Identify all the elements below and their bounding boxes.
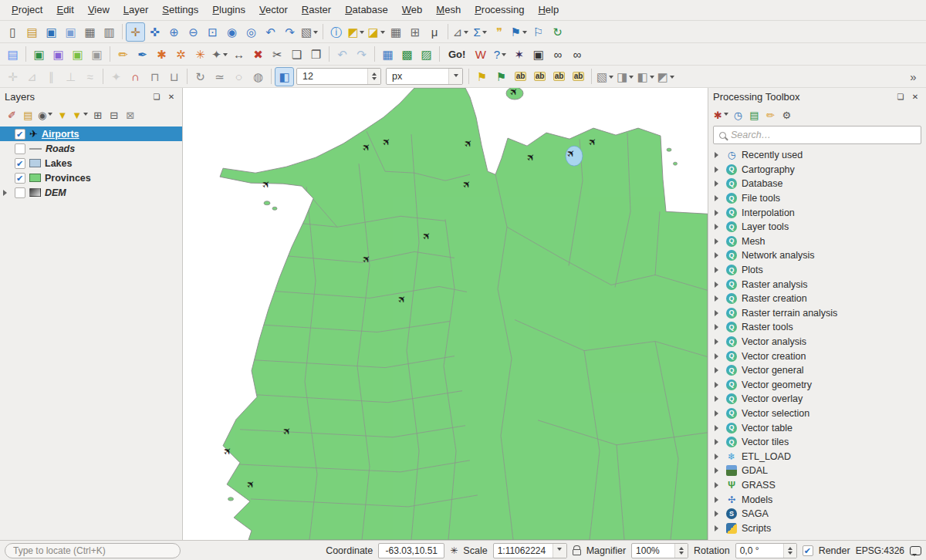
font-size-spin[interactable]: 12 bbox=[296, 68, 381, 85]
vertex-tool[interactable]: ✦ bbox=[210, 45, 229, 64]
toolbox-group-saga[interactable]: SSAGA bbox=[708, 507, 926, 521]
new-map-view[interactable]: ▧ bbox=[299, 22, 319, 42]
spin-up-icon[interactable] bbox=[679, 545, 684, 550]
chevron-right-icon[interactable] bbox=[715, 454, 722, 460]
toolbox-group-recently-used[interactable]: ◷Recently used bbox=[708, 148, 926, 163]
open-data-source-manager[interactable]: ▤ bbox=[3, 45, 22, 64]
statistical-summary[interactable]: μ bbox=[425, 22, 444, 42]
open-attribute-table[interactable]: ▦ bbox=[387, 22, 406, 42]
toolbox-group-raster-terrain-analysis[interactable]: QRaster terrain analysis bbox=[708, 306, 926, 321]
toolbox-group-mesh[interactable]: QMesh bbox=[708, 234, 926, 249]
etl-go-button[interactable]: Go! bbox=[443, 45, 471, 64]
rotate-feature[interactable]: ↻ bbox=[191, 67, 210, 86]
zoom-last[interactable]: ↶ bbox=[261, 22, 280, 42]
new-bookmark[interactable]: ⚑ bbox=[509, 22, 529, 42]
expand-all-button[interactable]: ⊞ bbox=[90, 107, 106, 123]
chevron-right-icon[interactable] bbox=[715, 267, 722, 273]
chevron-right-icon[interactable] bbox=[715, 282, 722, 288]
new-geopackage-layer[interactable]: ▣ bbox=[29, 45, 49, 64]
menu-view[interactable]: View bbox=[81, 0, 117, 20]
chevron-right-icon[interactable] bbox=[715, 382, 722, 388]
map-theme-group[interactable]: ◨ bbox=[615, 67, 635, 86]
plugin-bug[interactable]: ✶ bbox=[509, 45, 529, 64]
toolbox-group-interpolation[interactable]: QInterpolation bbox=[708, 205, 926, 220]
menu-database[interactable]: Database bbox=[338, 0, 395, 20]
chevron-right-icon[interactable] bbox=[715, 482, 722, 488]
raster-grid[interactable]: ▩ bbox=[397, 45, 417, 64]
menu-vector[interactable]: Vector bbox=[252, 0, 295, 20]
toolbox-group-scripts[interactable]: Scripts bbox=[708, 521, 926, 535]
new-shapefile-layer[interactable]: ▣ bbox=[49, 45, 68, 64]
toolbox-group-vector-analysis[interactable]: QVector analysis bbox=[708, 335, 926, 349]
chevron-right-icon[interactable] bbox=[715, 511, 722, 517]
spin-arrows[interactable] bbox=[367, 69, 380, 84]
open-model-designer-button[interactable]: ✱ bbox=[712, 107, 730, 123]
show-hide-labels[interactable]: ab bbox=[511, 67, 530, 86]
sum-features[interactable]: Σ bbox=[471, 22, 490, 42]
toolbox-group-vector-geometry[interactable]: QVector geometry bbox=[708, 378, 926, 393]
chevron-right-icon[interactable] bbox=[715, 210, 722, 216]
chevron-right-icon[interactable] bbox=[715, 152, 722, 158]
change-label-properties[interactable]: ab bbox=[569, 67, 588, 86]
toolbox-group-vector-selection[interactable]: QVector selection bbox=[708, 407, 926, 421]
toolbox-group-vector-general[interactable]: QVector general bbox=[708, 363, 926, 378]
show-bookmarks[interactable]: ⚐ bbox=[529, 22, 548, 42]
history-button[interactable]: ◷ bbox=[730, 107, 746, 123]
toolbox-group-vector-table[interactable]: QVector table bbox=[708, 420, 926, 435]
toolbar-overflow[interactable]: » bbox=[904, 67, 923, 86]
chevron-right-icon[interactable] bbox=[715, 180, 722, 187]
refresh-map[interactable]: ↻ bbox=[548, 22, 567, 42]
toolbox-group-layer-tools[interactable]: QLayer tools bbox=[708, 220, 926, 234]
legend-group[interactable]: ◧ bbox=[635, 67, 655, 86]
save-project-as[interactable]: ▣ bbox=[61, 22, 80, 42]
layer-item-provinces[interactable]: Provinces bbox=[0, 170, 182, 185]
units-combo[interactable]: px bbox=[386, 68, 463, 85]
coordinate-input[interactable]: -63.03,10.51 bbox=[378, 543, 444, 558]
toolbox-group-models[interactable]: ✣Models bbox=[708, 492, 926, 507]
rotate-label[interactable]: ab bbox=[549, 67, 569, 86]
toolbox-group-gdal[interactable]: GDAL bbox=[708, 464, 926, 478]
zoom-full[interactable]: ⊡ bbox=[203, 22, 222, 42]
toolbox-group-plots[interactable]: QPlots bbox=[708, 263, 926, 278]
chevron-right-icon[interactable] bbox=[715, 252, 722, 258]
close-panel-icon[interactable]: ✕ bbox=[909, 90, 921, 103]
show-layout-manager[interactable]: ▥ bbox=[100, 22, 119, 42]
toolbox-group-vector-creation[interactable]: QVector creation bbox=[708, 349, 926, 363]
menu-help[interactable]: Help bbox=[531, 0, 566, 20]
toolbox-group-file-tools[interactable]: QFile tools bbox=[708, 191, 926, 206]
menu-settings[interactable]: Settings bbox=[155, 0, 205, 20]
dropdown-arrow[interactable] bbox=[448, 69, 462, 84]
zoom-out[interactable]: ⊖ bbox=[184, 22, 203, 42]
toolbox-group-vector-overlay[interactable]: QVector overlay bbox=[708, 392, 926, 407]
menu-web[interactable]: Web bbox=[395, 0, 430, 20]
layer-item-dem[interactable]: DEM bbox=[0, 185, 182, 200]
copy-features[interactable]: ❏ bbox=[287, 45, 306, 64]
spin-down-icon[interactable] bbox=[372, 77, 377, 83]
move-feature[interactable]: ↔ bbox=[229, 45, 248, 64]
plugin-etl[interactable]: ▣ bbox=[529, 45, 548, 64]
menu-project[interactable]: Project bbox=[5, 0, 49, 20]
avoid-overlap[interactable]: ⊔ bbox=[164, 67, 184, 86]
spin-arrows[interactable] bbox=[674, 544, 688, 558]
layer-styling-group[interactable]: ▧ bbox=[595, 67, 615, 86]
new-virtual-layer[interactable]: ▣ bbox=[87, 45, 106, 64]
toolbox-group-database[interactable]: QDatabase bbox=[708, 177, 926, 191]
chevron-right-icon[interactable] bbox=[715, 467, 722, 474]
zoom-next[interactable]: ↷ bbox=[280, 22, 299, 42]
chevron-right-icon[interactable] bbox=[715, 224, 722, 230]
magnifier-spin[interactable]: 100% bbox=[631, 543, 688, 558]
locate-input[interactable] bbox=[5, 543, 181, 558]
fill-ring[interactable]: ◍ bbox=[248, 67, 268, 86]
toolbox-group-vector-tiles[interactable]: QVector tiles bbox=[708, 435, 926, 450]
save-project[interactable]: ▣ bbox=[42, 22, 61, 42]
new-project[interactable]: ▯ bbox=[3, 22, 22, 42]
add-line-feature[interactable]: ✳ bbox=[191, 45, 210, 64]
simplify-feature[interactable]: ≃ bbox=[210, 67, 229, 86]
options-button[interactable]: ⚙ bbox=[779, 107, 795, 123]
open-layer-styling-panel[interactable]: ✐ bbox=[4, 107, 20, 123]
float-panel-icon[interactable]: ❏ bbox=[894, 90, 907, 103]
menu-plugins[interactable]: Plugins bbox=[205, 0, 252, 20]
select-features[interactable]: ◩ bbox=[346, 22, 366, 42]
chevron-right-icon[interactable] bbox=[715, 439, 722, 445]
extents-icon[interactable]: ✳ bbox=[450, 545, 458, 556]
